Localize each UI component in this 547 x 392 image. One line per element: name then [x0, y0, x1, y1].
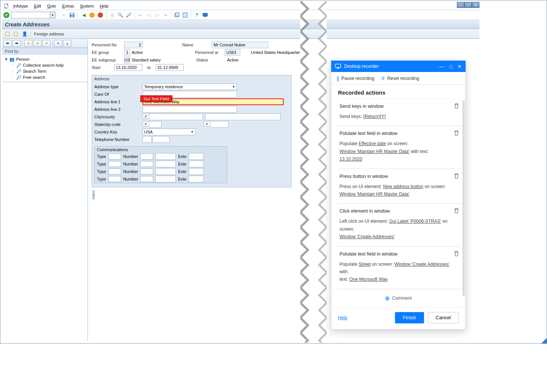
input-tel-2[interactable] [152, 136, 170, 143]
card-title: Polulate text field in window [340, 131, 450, 136]
finish-button[interactable]: Finish [395, 312, 424, 323]
select-address-type[interactable]: Temporary residence ▼ [143, 83, 237, 90]
collapse-button[interactable]: ▴ [63, 40, 71, 47]
fav-button-2[interactable]: ★ [33, 40, 41, 47]
back-icon[interactable]: « [60, 12, 67, 18]
input-comm-type[interactable] [108, 153, 121, 159]
label-personnel-no: Personnel No [92, 43, 124, 47]
delete-action-button[interactable] [453, 173, 459, 179]
new-session-icon[interactable] [174, 12, 180, 18]
menu-goto[interactable]: Goto [44, 3, 59, 9]
tree-root-person[interactable]: ▼ 👥 Person [4, 56, 85, 62]
delete-action-button[interactable] [453, 208, 459, 214]
chk-state[interactable]: ✔ [143, 121, 149, 126]
recorder-close-button[interactable]: ✕ [458, 64, 462, 69]
expand-button[interactable]: ▾ [54, 40, 62, 47]
menu-help[interactable]: Help [97, 3, 112, 9]
input-city[interactable] [149, 113, 203, 120]
shortcut-icon[interactable] [182, 12, 189, 18]
sub-toolbar: 👤 Foreign address [2, 29, 479, 39]
main-toolbar: ✔ ▾ « ◀ 🖨 🔍 🔎 ⇤ ◁ ▷ ⇥ ? [2, 10, 479, 20]
recorder-maximize-button[interactable]: □ [449, 64, 452, 69]
menu-edit[interactable]: Edit [31, 3, 44, 9]
command-dropdown-icon[interactable]: ▾ [50, 12, 55, 18]
save-icon[interactable] [69, 12, 75, 18]
label-to: to [142, 65, 156, 70]
input-comm-exte[interactable] [189, 161, 204, 167]
input-comm-number-b[interactable] [155, 176, 176, 182]
person-icon[interactable]: 👤 [22, 31, 28, 37]
input-comm-exte[interactable] [189, 153, 204, 160]
chk-city[interactable]: ✔ [143, 113, 149, 119]
input-tel-1[interactable] [143, 136, 152, 143]
recorded-action-card[interactable]: Send keys in windowSend keys: {Return}{Y… [338, 99, 462, 126]
input-start-date[interactable] [114, 64, 142, 71]
input-zip[interactable] [211, 121, 229, 128]
recorded-action-card[interactable]: Click element in windowLeft click on UI … [338, 204, 462, 246]
delete-action-button[interactable] [453, 130, 459, 136]
close-button[interactable]: ✕ [472, 2, 479, 8]
reset-recording-button[interactable]: ↺ Reset recording [381, 76, 419, 81]
recorder-titlebar: Desktop recorder — □ ✕ [331, 61, 466, 72]
add-comment-button[interactable]: ⊕ Comment [331, 289, 466, 307]
input-comm-number-a[interactable] [140, 176, 153, 182]
delete-action-button[interactable] [453, 103, 459, 109]
scrollbar-thumb[interactable] [462, 100, 465, 296]
input-comm-number-b[interactable] [155, 153, 176, 160]
maximize-button[interactable]: □ [464, 2, 472, 8]
tree-item[interactable]: ·🔎Collective search help [11, 62, 85, 68]
exit-icon[interactable] [89, 12, 95, 18]
command-field[interactable]: ▾ [11, 12, 55, 18]
input-comm-type[interactable] [108, 176, 121, 182]
splitter-handle[interactable] [92, 190, 95, 199]
minimize-button[interactable]: — [457, 2, 464, 8]
tree-item[interactable]: ·🔎Free search [11, 74, 85, 80]
customize-icon[interactable] [202, 12, 209, 18]
input-comm-number-b[interactable] [155, 168, 176, 175]
nav-fwd-button[interactable]: ➡ [12, 40, 21, 47]
nav-back-button[interactable]: ⬅ [3, 40, 12, 47]
enter-icon[interactable]: ✔ [3, 12, 9, 18]
fav-button-3[interactable]: ★ [42, 40, 51, 47]
recorded-action-card[interactable]: Polulate text field in windowPopulate Ef… [338, 126, 462, 168]
input-address-line2[interactable] [143, 106, 237, 113]
input-comm-number-a[interactable] [140, 161, 153, 167]
help-link[interactable]: Help [338, 315, 347, 320]
input-comm-exte[interactable] [189, 168, 204, 175]
page-icon-1[interactable] [5, 31, 11, 37]
text-std-salary: Standard salary [130, 58, 162, 62]
delete-action-button[interactable] [453, 251, 459, 257]
cancel-icon[interactable] [97, 12, 104, 18]
input-comm-type[interactable] [108, 161, 121, 167]
fav-button-1[interactable]: ★ [24, 40, 32, 47]
value-ee-subgroup: U3 [124, 57, 130, 63]
input-comm-exte[interactable] [189, 176, 204, 182]
input-end-date[interactable] [156, 64, 184, 71]
recorded-action-card[interactable]: Press button in windowPress on UI elemen… [338, 169, 462, 204]
chk-zip[interactable]: ✔ [204, 121, 211, 126]
input-comm-number-b[interactable] [155, 161, 176, 167]
help-icon[interactable]: ? [194, 12, 200, 18]
value-status: Active [226, 58, 240, 62]
menu-infotype[interactable]: Infotype [10, 3, 31, 9]
menu-extras[interactable]: Extras [59, 3, 77, 9]
label-comm-exte: Exte [178, 169, 186, 174]
label-comm-number: Number [123, 177, 138, 181]
page-icon-2[interactable] [13, 31, 19, 37]
label-comm-number: Number [123, 154, 138, 159]
recorder-minimize-button[interactable]: — [439, 64, 444, 69]
pause-recording-button[interactable]: ∥ Pause recording [336, 75, 374, 81]
input-comm-type[interactable] [108, 168, 121, 175]
tree-item[interactable]: ·🔎Search Term [11, 68, 85, 74]
input-comm-number-a[interactable] [140, 168, 153, 175]
foreign-address-link[interactable]: Foreign address [34, 32, 64, 36]
input-state[interactable] [149, 121, 161, 128]
back-nav-icon[interactable]: ◀ [80, 12, 87, 18]
input-comm-number-a[interactable] [140, 153, 153, 159]
select-country[interactable]: USA ▼ [143, 129, 195, 135]
menu-system[interactable]: System [77, 3, 97, 9]
input-county[interactable] [205, 113, 281, 120]
recorded-action-card[interactable]: Polulate text field in windowPopulate St… [338, 247, 462, 289]
recorder-footer: Help Finish Cancel [331, 307, 466, 329]
cancel-button[interactable]: Cancel [428, 312, 459, 323]
